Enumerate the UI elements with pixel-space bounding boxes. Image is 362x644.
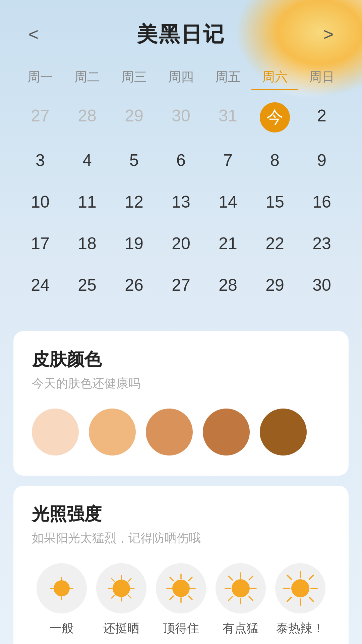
date-cell[interactable]: 29 [251, 266, 298, 304]
sun-bg-1 [37, 563, 87, 613]
svg-line-10 [128, 579, 131, 581]
sun-option-1[interactable]: 一般 [32, 563, 92, 637]
date-cell[interactable]: 14 [204, 183, 251, 221]
date-cell[interactable]: 19 [111, 224, 158, 263]
weekday-header: 周一 周二 周三 周四 周五 周六 周日 [17, 65, 345, 90]
date-cell[interactable]: 30 [298, 266, 345, 304]
skin-color-5[interactable] [260, 409, 307, 455]
svg-line-25 [249, 597, 253, 600]
sun-icon-4 [232, 579, 250, 597]
light-intensity-card: 光照强度 如果阳光太猛烈，记得防晒伤哦 [13, 486, 349, 644]
next-month-button[interactable]: > [315, 24, 342, 44]
today-cell[interactable]: 今 [251, 97, 298, 138]
header: < 美黑日记 > [0, 0, 362, 58]
sun-core-1 [54, 580, 70, 596]
date-cell[interactable]: 30 [158, 97, 204, 138]
date-cell[interactable]: 27 [17, 97, 64, 138]
date-cell[interactable]: 11 [64, 183, 111, 221]
skin-card-subtitle: 今天的肤色还健康吗 [32, 375, 330, 392]
date-cell[interactable]: 24 [17, 266, 64, 304]
svg-line-9 [128, 595, 131, 598]
weekday-thu: 周四 [158, 65, 204, 90]
week-row-5: 24 25 26 27 28 29 30 [17, 266, 345, 304]
date-cell[interactable]: 22 [251, 224, 298, 263]
skin-color-3[interactable] [146, 409, 193, 455]
date-cell[interactable]: 15 [251, 183, 298, 221]
svg-line-8 [112, 579, 114, 581]
week-row-3: 10 11 12 13 14 15 16 [17, 183, 345, 221]
week-row-1: 27 28 29 30 31 今 2 [17, 97, 345, 138]
sun-bg-5 [275, 563, 325, 613]
skin-card-title: 皮肤颜色 [32, 348, 330, 371]
skin-color-2[interactable] [89, 409, 136, 455]
date-cell[interactable]: 27 [158, 266, 204, 304]
week-row-4: 17 18 19 20 21 22 23 [17, 224, 345, 263]
sun-icon-5 [291, 579, 309, 597]
date-cell[interactable]: 12 [111, 183, 158, 221]
date-cell[interactable]: 3 [17, 141, 64, 179]
sun-label-4: 有点猛 [223, 620, 259, 637]
app-container: < 美黑日记 > 周一 周二 周三 周四 周五 周六 周日 27 28 29 3… [0, 0, 362, 644]
sun-option-4[interactable]: 有点猛 [211, 563, 270, 637]
svg-line-32 [287, 575, 291, 579]
sun-bg-3 [156, 563, 206, 613]
svg-line-24 [229, 576, 232, 580]
date-cell[interactable]: 26 [111, 266, 158, 304]
date-cell[interactable]: 16 [298, 183, 345, 221]
svg-line-18 [189, 577, 192, 581]
date-cell[interactable]: 2 [298, 97, 345, 138]
date-cell[interactable]: 8 [251, 141, 298, 179]
weekday-mon: 周一 [17, 65, 64, 90]
prev-month-button[interactable]: < [20, 24, 47, 44]
date-cell[interactable]: 9 [298, 141, 345, 179]
sun-label-3: 顶得住 [163, 620, 199, 637]
sun-option-2[interactable]: 还挺晒 [92, 563, 151, 637]
date-cell[interactable]: 21 [204, 224, 251, 263]
light-card-subtitle: 如果阳光太猛烈，记得防晒伤哦 [32, 530, 330, 546]
date-cell[interactable]: 25 [64, 266, 111, 304]
light-card-title: 光照强度 [32, 502, 330, 526]
sun-bg-2 [96, 563, 146, 613]
svg-line-27 [229, 597, 232, 600]
svg-line-34 [309, 575, 313, 579]
date-cell[interactable]: 20 [158, 224, 204, 263]
weekday-wed: 周三 [111, 65, 158, 90]
weekday-tue: 周二 [64, 65, 111, 90]
date-cell[interactable]: 5 [111, 141, 158, 179]
sun-option-5[interactable]: 泰热辣！ [270, 563, 330, 637]
date-cell[interactable]: 18 [64, 224, 111, 263]
calendar: 周一 周二 周三 周四 周五 周六 周日 27 28 29 30 31 今 2 … [0, 58, 362, 321]
date-cell[interactable]: 4 [64, 141, 111, 179]
date-cell[interactable]: 28 [64, 97, 111, 138]
sun-label-1: 一般 [50, 620, 74, 637]
sun-option-3[interactable]: 顶得住 [151, 563, 211, 637]
date-cell[interactable]: 23 [298, 224, 345, 263]
sun-core-3 [172, 580, 190, 597]
date-cell[interactable]: 31 [204, 97, 251, 138]
date-cell[interactable]: 6 [158, 141, 204, 179]
skin-color-4[interactable] [203, 409, 250, 455]
sun-intensity-options: 一般 [32, 563, 330, 637]
date-cell[interactable]: 17 [17, 224, 64, 263]
page-title: 美黑日记 [137, 20, 225, 48]
skin-color-options [32, 409, 330, 455]
date-cell[interactable]: 28 [204, 266, 251, 304]
date-cell[interactable]: 10 [17, 183, 64, 221]
svg-line-33 [309, 597, 313, 601]
skin-color-1[interactable] [32, 409, 79, 455]
svg-line-26 [249, 576, 253, 580]
svg-line-35 [287, 597, 291, 601]
svg-line-17 [189, 596, 192, 599]
date-cell[interactable]: 13 [158, 183, 204, 221]
weekday-sat: 周六 [251, 65, 298, 90]
week-row-2: 3 4 5 6 7 8 9 [17, 141, 345, 179]
date-cell[interactable]: 7 [204, 141, 251, 179]
date-cell[interactable]: 29 [111, 97, 158, 138]
sun-label-5: 泰热辣！ [276, 620, 324, 637]
weekday-sun: 周日 [298, 65, 345, 90]
sun-core-4 [232, 579, 250, 597]
svg-line-11 [112, 595, 114, 598]
sun-bg-4 [216, 563, 266, 613]
sun-core-5 [291, 579, 309, 597]
sun-icon-3 [172, 580, 190, 597]
